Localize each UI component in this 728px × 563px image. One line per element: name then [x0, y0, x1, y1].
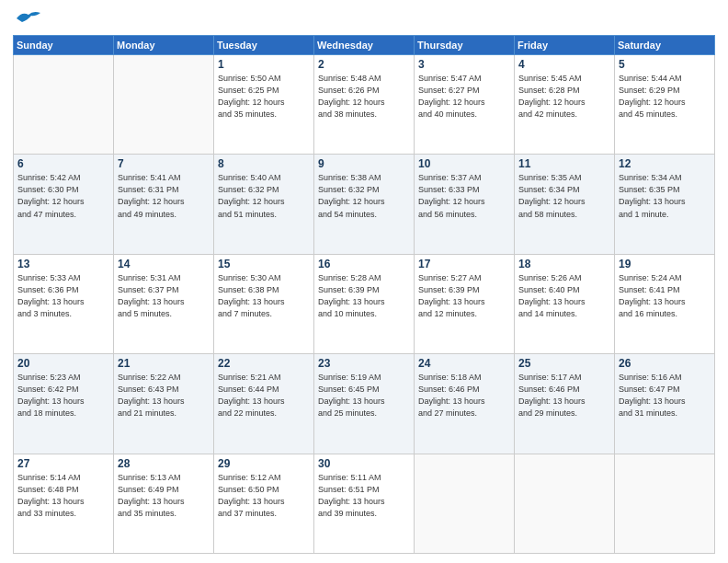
calendar-week-row: 27Sunrise: 5:14 AM Sunset: 6:48 PM Dayli…	[14, 454, 715, 553]
day-number: 3	[418, 58, 510, 71]
calendar-cell: 6Sunrise: 5:42 AM Sunset: 6:30 PM Daylig…	[14, 155, 114, 254]
calendar-cell: 4Sunrise: 5:45 AM Sunset: 6:28 PM Daylig…	[515, 55, 615, 155]
calendar-cell: 30Sunrise: 5:11 AM Sunset: 6:51 PM Dayli…	[314, 454, 415, 553]
logo-bird-icon	[15, 9, 42, 28]
calendar-cell: 29Sunrise: 5:12 AM Sunset: 6:50 PM Dayli…	[214, 454, 314, 553]
calendar-cell: 7Sunrise: 5:41 AM Sunset: 6:31 PM Daylig…	[114, 155, 214, 254]
calendar-cell: 25Sunrise: 5:17 AM Sunset: 6:46 PM Dayli…	[515, 354, 615, 454]
day-info: Sunrise: 5:40 AM Sunset: 6:32 PM Dayligh…	[218, 172, 310, 220]
day-number: 5	[619, 58, 711, 71]
day-number: 11	[518, 157, 610, 170]
calendar-cell: 5Sunrise: 5:44 AM Sunset: 6:29 PM Daylig…	[615, 55, 715, 155]
calendar-cell: 14Sunrise: 5:31 AM Sunset: 6:37 PM Dayli…	[114, 254, 214, 353]
calendar-cell: 23Sunrise: 5:19 AM Sunset: 6:45 PM Dayli…	[314, 354, 415, 454]
calendar-col-friday: Friday	[515, 36, 615, 55]
calendar-cell: 19Sunrise: 5:24 AM Sunset: 6:41 PM Dayli…	[615, 254, 715, 353]
day-number: 24	[418, 357, 510, 370]
calendar-cell: 27Sunrise: 5:14 AM Sunset: 6:48 PM Dayli…	[14, 454, 114, 553]
calendar-week-row: 6Sunrise: 5:42 AM Sunset: 6:30 PM Daylig…	[14, 155, 715, 254]
day-number: 30	[318, 457, 410, 470]
day-info: Sunrise: 5:47 AM Sunset: 6:27 PM Dayligh…	[418, 73, 510, 121]
day-number: 16	[318, 258, 410, 270]
calendar-col-sunday: Sunday	[14, 36, 114, 55]
day-info: Sunrise: 5:45 AM Sunset: 6:28 PM Dayligh…	[518, 73, 610, 121]
day-number: 4	[518, 58, 610, 71]
day-info: Sunrise: 5:30 AM Sunset: 6:38 PM Dayligh…	[218, 272, 310, 320]
day-info: Sunrise: 5:11 AM Sunset: 6:51 PM Dayligh…	[318, 472, 410, 520]
header	[13, 9, 715, 29]
day-info: Sunrise: 5:13 AM Sunset: 6:49 PM Dayligh…	[118, 472, 210, 520]
calendar-cell	[114, 55, 214, 155]
calendar-week-row: 20Sunrise: 5:23 AM Sunset: 6:42 PM Dayli…	[14, 354, 715, 454]
calendar-cell	[615, 454, 715, 553]
day-info: Sunrise: 5:27 AM Sunset: 6:39 PM Dayligh…	[418, 272, 510, 320]
calendar-cell: 21Sunrise: 5:22 AM Sunset: 6:43 PM Dayli…	[114, 354, 214, 454]
calendar-cell: 11Sunrise: 5:35 AM Sunset: 6:34 PM Dayli…	[515, 155, 615, 254]
day-info: Sunrise: 5:21 AM Sunset: 6:44 PM Dayligh…	[218, 372, 310, 419]
day-number: 14	[118, 258, 210, 270]
day-info: Sunrise: 5:42 AM Sunset: 6:30 PM Dayligh…	[17, 172, 109, 220]
day-number: 22	[218, 357, 310, 370]
day-info: Sunrise: 5:12 AM Sunset: 6:50 PM Dayligh…	[218, 472, 310, 520]
day-info: Sunrise: 5:41 AM Sunset: 6:31 PM Dayligh…	[118, 172, 210, 220]
calendar-cell: 26Sunrise: 5:16 AM Sunset: 6:47 PM Dayli…	[615, 354, 715, 454]
calendar-cell: 15Sunrise: 5:30 AM Sunset: 6:38 PM Dayli…	[214, 254, 314, 353]
day-number: 19	[619, 258, 711, 270]
day-info: Sunrise: 5:31 AM Sunset: 6:37 PM Dayligh…	[118, 272, 210, 320]
calendar-cell: 12Sunrise: 5:34 AM Sunset: 6:35 PM Dayli…	[615, 155, 715, 254]
calendar-cell: 16Sunrise: 5:28 AM Sunset: 6:39 PM Dayli…	[314, 254, 415, 353]
calendar-cell: 13Sunrise: 5:33 AM Sunset: 6:36 PM Dayli…	[14, 254, 114, 353]
day-info: Sunrise: 5:34 AM Sunset: 6:35 PM Dayligh…	[619, 172, 711, 220]
day-number: 25	[518, 357, 610, 370]
day-info: Sunrise: 5:22 AM Sunset: 6:43 PM Dayligh…	[118, 372, 210, 419]
day-number: 7	[118, 157, 210, 170]
calendar-cell: 18Sunrise: 5:26 AM Sunset: 6:40 PM Dayli…	[515, 254, 615, 353]
logo	[13, 9, 42, 29]
day-number: 6	[17, 157, 109, 170]
day-info: Sunrise: 5:38 AM Sunset: 6:32 PM Dayligh…	[318, 172, 410, 220]
calendar-header-row: SundayMondayTuesdayWednesdayThursdayFrid…	[14, 36, 715, 55]
calendar-cell: 17Sunrise: 5:27 AM Sunset: 6:39 PM Dayli…	[415, 254, 515, 353]
calendar-table: SundayMondayTuesdayWednesdayThursdayFrid…	[13, 35, 715, 554]
calendar-week-row: 13Sunrise: 5:33 AM Sunset: 6:36 PM Dayli…	[14, 254, 715, 353]
day-number: 28	[118, 457, 210, 470]
day-number: 27	[17, 457, 109, 470]
day-number: 1	[218, 58, 310, 71]
day-info: Sunrise: 5:23 AM Sunset: 6:42 PM Dayligh…	[17, 372, 109, 419]
day-info: Sunrise: 5:26 AM Sunset: 6:40 PM Dayligh…	[518, 272, 610, 320]
day-info: Sunrise: 5:48 AM Sunset: 6:26 PM Dayligh…	[318, 73, 410, 121]
calendar-cell: 9Sunrise: 5:38 AM Sunset: 6:32 PM Daylig…	[314, 155, 415, 254]
calendar-cell	[14, 55, 114, 155]
calendar-col-thursday: Thursday	[415, 36, 515, 55]
calendar-col-monday: Monday	[114, 36, 214, 55]
calendar-cell: 1Sunrise: 5:50 AM Sunset: 6:25 PM Daylig…	[214, 55, 314, 155]
day-number: 21	[118, 357, 210, 370]
calendar-cell: 3Sunrise: 5:47 AM Sunset: 6:27 PM Daylig…	[415, 55, 515, 155]
calendar-cell: 8Sunrise: 5:40 AM Sunset: 6:32 PM Daylig…	[214, 155, 314, 254]
day-info: Sunrise: 5:19 AM Sunset: 6:45 PM Dayligh…	[318, 372, 410, 419]
day-info: Sunrise: 5:44 AM Sunset: 6:29 PM Dayligh…	[619, 73, 711, 121]
day-info: Sunrise: 5:28 AM Sunset: 6:39 PM Dayligh…	[318, 272, 410, 320]
day-number: 15	[218, 258, 310, 270]
calendar-cell: 22Sunrise: 5:21 AM Sunset: 6:44 PM Dayli…	[214, 354, 314, 454]
day-number: 10	[418, 157, 510, 170]
day-number: 2	[318, 58, 410, 71]
day-info: Sunrise: 5:33 AM Sunset: 6:36 PM Dayligh…	[17, 272, 109, 320]
day-info: Sunrise: 5:16 AM Sunset: 6:47 PM Dayligh…	[619, 372, 711, 419]
calendar-cell: 10Sunrise: 5:37 AM Sunset: 6:33 PM Dayli…	[415, 155, 515, 254]
day-info: Sunrise: 5:37 AM Sunset: 6:33 PM Dayligh…	[418, 172, 510, 220]
calendar-cell: 28Sunrise: 5:13 AM Sunset: 6:49 PM Dayli…	[114, 454, 214, 553]
day-number: 26	[619, 357, 711, 370]
calendar-col-saturday: Saturday	[615, 36, 715, 55]
day-number: 8	[218, 157, 310, 170]
day-number: 17	[418, 258, 510, 270]
day-info: Sunrise: 5:18 AM Sunset: 6:46 PM Dayligh…	[418, 372, 510, 419]
day-number: 12	[619, 157, 711, 170]
calendar-cell: 24Sunrise: 5:18 AM Sunset: 6:46 PM Dayli…	[415, 354, 515, 454]
calendar-cell: 20Sunrise: 5:23 AM Sunset: 6:42 PM Dayli…	[14, 354, 114, 454]
day-info: Sunrise: 5:24 AM Sunset: 6:41 PM Dayligh…	[619, 272, 711, 320]
day-number: 9	[318, 157, 410, 170]
calendar-week-row: 1Sunrise: 5:50 AM Sunset: 6:25 PM Daylig…	[14, 55, 715, 155]
day-number: 13	[17, 258, 109, 270]
day-number: 29	[218, 457, 310, 470]
